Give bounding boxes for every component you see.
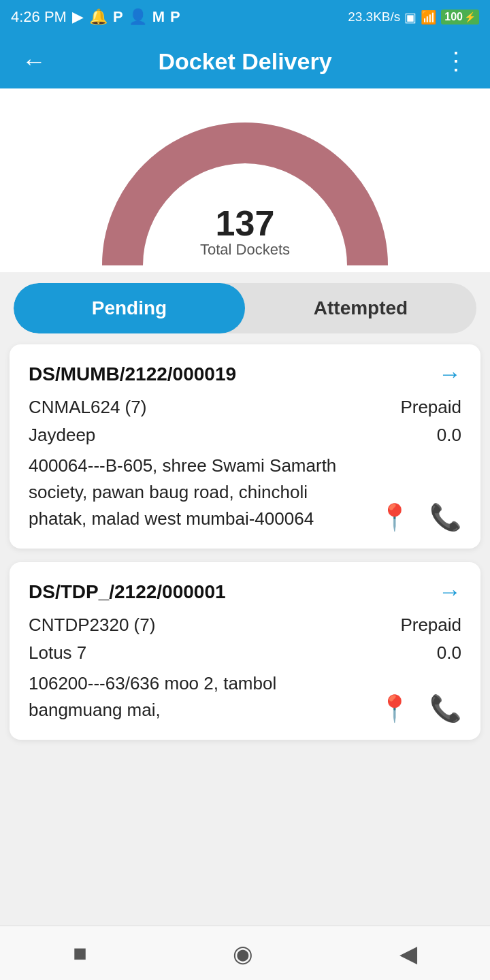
tab-pending[interactable]: Pending [14, 283, 245, 333]
card-2-address: 106200---63/636 moo 2, tambol bangmuang … [29, 670, 378, 723]
speed-label: 23.3KB/s [348, 10, 400, 24]
person-icon: 👤 [129, 8, 147, 26]
card-2-actions: 📍 📞 [378, 693, 461, 723]
time-label: 4:26 PM [11, 8, 67, 26]
signal-icon: ▣ [404, 10, 416, 25]
status-bar-left: 4:26 PM ▶ 🔔 P 👤 M P [11, 8, 180, 26]
card-1-header: DS/MUMB/2122/000019 → [29, 361, 461, 387]
m-icon: M [152, 8, 165, 26]
bottom-nav: ■ ◉ ◀ [0, 926, 490, 980]
card-1-code-row: CNMAL624 (7) Prepaid [29, 397, 461, 418]
card-1-arrow[interactable]: → [438, 361, 461, 387]
cards-container: DS/MUMB/2122/000019 → CNMAL624 (7) Prepa… [0, 344, 490, 740]
gauge-section: 137 Total Dockets [0, 88, 490, 272]
card-2-code: CNTDP2320 (7) [29, 615, 155, 636]
wifi-icon: 📶 [421, 10, 437, 25]
phone-icon-1[interactable]: 📞 [429, 502, 461, 532]
p-icon-1: P [113, 8, 123, 26]
card-2-arrow[interactable]: → [438, 578, 461, 605]
card-2-code-row: CNTDP2320 (7) Prepaid [29, 615, 461, 636]
youtube-icon: ▶ [72, 8, 84, 26]
menu-button[interactable]: ⋮ [438, 42, 474, 81]
tab-bar: Pending Attempted [14, 283, 476, 333]
card-1-payment: Prepaid [400, 397, 461, 418]
home-button[interactable]: ◉ [219, 933, 267, 974]
card-1-name-row: Jaydeep 0.0 [29, 425, 461, 446]
card-2-name-row: Lotus 7 0.0 [29, 642, 461, 664]
status-bar-right: 23.3KB/s ▣ 📶 100 ⚡ [348, 10, 479, 25]
card-2-header: DS/TDP_/2122/000001 → [29, 578, 461, 605]
p-icon-2: P [170, 8, 180, 26]
location-icon-1[interactable]: 📍 [378, 502, 410, 532]
card-1-code: CNMAL624 (7) [29, 397, 146, 418]
card-2-address-row: 106200---63/636 moo 2, tambol bangmuang … [29, 670, 461, 723]
card-2-payment: Prepaid [400, 615, 461, 636]
delivery-card-1: DS/MUMB/2122/000019 → CNMAL624 (7) Prepa… [10, 344, 480, 549]
card-1-actions: 📍 📞 [378, 502, 461, 532]
back-button[interactable]: ← [16, 42, 52, 81]
card-2-name: Lotus 7 [29, 642, 86, 664]
gauge-chart: 137 Total Dockets [95, 102, 395, 265]
card-1-address: 400064---B-605, shree Swami Samarth soci… [29, 453, 378, 532]
card-2-id: DS/TDP_/2122/000001 [29, 581, 226, 603]
stop-button[interactable]: ■ [59, 933, 101, 973]
gauge-description: Total Dockets [200, 241, 290, 258]
back-nav-button[interactable]: ◀ [386, 933, 431, 974]
notification-icon: 🔔 [89, 8, 108, 26]
battery-icon: 100 ⚡ [441, 10, 479, 24]
location-icon-2[interactable]: 📍 [378, 693, 410, 723]
card-2-amount: 0.0 [437, 642, 461, 664]
status-bar: 4:26 PM ▶ 🔔 P 👤 M P 23.3KB/s ▣ 📶 100 ⚡ [0, 0, 490, 34]
page-title: Docket Delivery [158, 48, 331, 75]
app-bar: ← Docket Delivery ⋮ [0, 34, 490, 88]
delivery-card-2: DS/TDP_/2122/000001 → CNTDP2320 (7) Prep… [10, 562, 480, 740]
phone-icon-2[interactable]: 📞 [429, 693, 461, 723]
card-1-address-row: 400064---B-605, shree Swami Samarth soci… [29, 453, 461, 532]
gauge-value: 137 [200, 206, 290, 241]
card-1-name: Jaydeep [29, 425, 95, 446]
gauge-label: 137 Total Dockets [200, 206, 290, 259]
card-1-amount: 0.0 [437, 425, 461, 446]
card-1-id: DS/MUMB/2122/000019 [29, 363, 236, 385]
tab-attempted[interactable]: Attempted [245, 283, 476, 333]
